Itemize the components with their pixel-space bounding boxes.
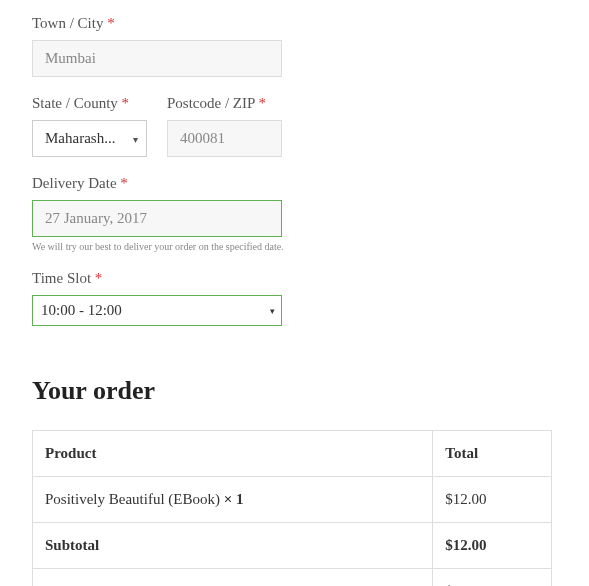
- time-slot-value: 10:00 - 12:00: [33, 296, 281, 325]
- item-total: $12.00: [433, 477, 552, 523]
- subtotal-label: Subtotal: [33, 523, 433, 569]
- item-name: Positively Beautiful (EBook): [45, 491, 224, 507]
- header-total: Total: [433, 431, 552, 477]
- subtotal-row: Subtotal $12.00: [33, 523, 552, 569]
- order-table: Product Total Positively Beautiful (EBoo…: [32, 430, 552, 586]
- delivery-date-label: Delivery Date *: [32, 175, 557, 192]
- town-input[interactable]: [32, 40, 282, 77]
- table-row: Positively Beautiful (EBook) × 1 $12.00: [33, 477, 552, 523]
- state-label: State / County *: [32, 95, 147, 112]
- town-label: Town / City *: [32, 15, 557, 32]
- order-heading: Your order: [32, 376, 557, 406]
- delivery-date-input[interactable]: [32, 200, 282, 237]
- postcode-label: Postcode / ZIP *: [167, 95, 282, 112]
- state-value: Maharash...: [33, 121, 146, 156]
- total-row: Total $12.00: [33, 569, 552, 587]
- header-product: Product: [33, 431, 433, 477]
- chevron-down-icon: ▾: [270, 306, 275, 316]
- state-select[interactable]: Maharash... ▾: [32, 120, 147, 157]
- total-label: Total: [33, 569, 433, 587]
- total-value: $12.00: [433, 569, 552, 587]
- subtotal-value: $12.00: [433, 523, 552, 569]
- time-slot-label: Time Slot *: [32, 270, 557, 287]
- postcode-input[interactable]: [167, 120, 282, 157]
- item-qty: × 1: [224, 491, 244, 507]
- delivery-date-help: We will try our best to deliver your ord…: [32, 241, 557, 252]
- chevron-down-icon: ▾: [133, 133, 138, 144]
- time-slot-select[interactable]: 10:00 - 12:00 ▾: [32, 295, 282, 326]
